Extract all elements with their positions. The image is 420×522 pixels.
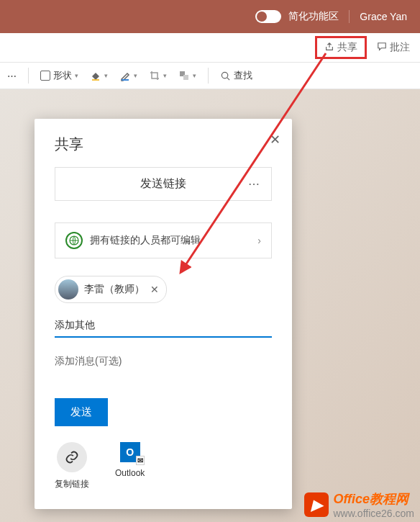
share-dialog: ✕ 共享 发送链接 ⋯ 拥有链接的人员都可编辑 › 李雷（教师） ✕ 添加其他 … xyxy=(35,119,292,509)
chevron-down-icon: ▾ xyxy=(163,72,167,79)
pen-icon xyxy=(119,70,131,81)
link-icon xyxy=(57,442,87,472)
globe-icon xyxy=(65,232,83,249)
comment-icon xyxy=(377,42,387,54)
send-link-label: 发送链接 xyxy=(140,176,186,192)
simplified-ribbon-label: 简化功能区 xyxy=(288,10,339,23)
svg-line-5 xyxy=(227,77,229,79)
share-dialog-title: 共享 xyxy=(55,135,272,154)
title-bar: 简化功能区 Grace Yan xyxy=(0,0,420,33)
chevron-down-icon: ▾ xyxy=(75,72,78,79)
comments-label: 批注 xyxy=(390,41,410,54)
comments-button[interactable]: 批注 xyxy=(377,41,410,54)
watermark: ▶ Office教程网 www.office26.com xyxy=(304,490,414,519)
outlook-label: Outlook xyxy=(115,468,145,478)
divider xyxy=(349,10,350,23)
add-people-input[interactable]: 添加其他 xyxy=(55,319,272,338)
share-label: 共享 xyxy=(337,41,357,54)
outlook-icon: O xyxy=(120,442,140,462)
share-button[interactable]: 共享 xyxy=(315,36,367,59)
share-methods: 复制链接 O Outlook xyxy=(55,442,272,490)
overflow-menu[interactable]: ⋯ xyxy=(4,69,19,83)
user-name[interactable]: Grace Yan xyxy=(360,11,407,22)
remove-recipient-button[interactable]: ✕ xyxy=(150,284,159,295)
simplified-ribbon-toggle[interactable] xyxy=(255,10,281,23)
bucket-icon xyxy=(90,70,101,81)
fill-dropdown[interactable]: ▾ xyxy=(87,68,111,83)
chevron-down-icon: ▾ xyxy=(104,72,108,79)
watermark-url: www.office26.com xyxy=(333,508,414,519)
crop-icon xyxy=(149,70,160,81)
shapes-label: 形状 xyxy=(53,69,72,82)
chevron-down-icon: ▾ xyxy=(193,72,196,79)
svg-point-4 xyxy=(222,72,227,78)
search-icon xyxy=(220,71,231,81)
watermark-brand: Office教程网 xyxy=(333,492,408,506)
svg-rect-1 xyxy=(122,79,129,81)
arrange-icon xyxy=(178,70,190,81)
outline-dropdown[interactable]: ▾ xyxy=(117,68,140,83)
send-button[interactable]: 发送 xyxy=(55,398,108,426)
more-options-button[interactable]: ⋯ xyxy=(248,177,261,191)
permission-label: 拥有链接的人员都可编辑 xyxy=(90,234,201,247)
avatar xyxy=(58,279,78,300)
command-row: 共享 批注 xyxy=(0,33,420,62)
recipient-chip[interactable]: 李雷（教师） ✕ xyxy=(55,276,167,303)
crop-dropdown[interactable]: ▾ xyxy=(146,68,170,83)
shape-icon xyxy=(40,71,50,81)
share-icon xyxy=(324,42,334,54)
chevron-down-icon: ▾ xyxy=(134,72,137,79)
svg-rect-0 xyxy=(92,79,99,81)
arrange-dropdown[interactable]: ▾ xyxy=(175,68,199,83)
find-label: 查找 xyxy=(234,69,252,82)
svg-rect-3 xyxy=(183,75,188,80)
recipient-name: 李雷（教师） xyxy=(84,283,145,296)
add-message-input[interactable]: 添加消息(可选) xyxy=(55,355,272,368)
ribbon-toolbar: ⋯ 形状 ▾ ▾ ▾ ▾ ▾ 查找 xyxy=(0,62,420,89)
send-link-header: 发送链接 ⋯ xyxy=(55,167,272,201)
link-permission-selector[interactable]: 拥有链接的人员都可编辑 › xyxy=(55,222,272,258)
close-button[interactable]: ✕ xyxy=(270,132,280,148)
copy-link-label: 复制链接 xyxy=(55,478,89,490)
copy-link-button[interactable]: 复制链接 xyxy=(55,442,89,490)
watermark-icon: ▶ xyxy=(304,492,329,517)
outlook-button[interactable]: O Outlook xyxy=(115,442,145,490)
shapes-dropdown[interactable]: 形状 ▾ xyxy=(37,68,81,84)
find-button[interactable]: 查找 xyxy=(217,68,255,84)
chevron-right-icon: › xyxy=(257,235,261,246)
